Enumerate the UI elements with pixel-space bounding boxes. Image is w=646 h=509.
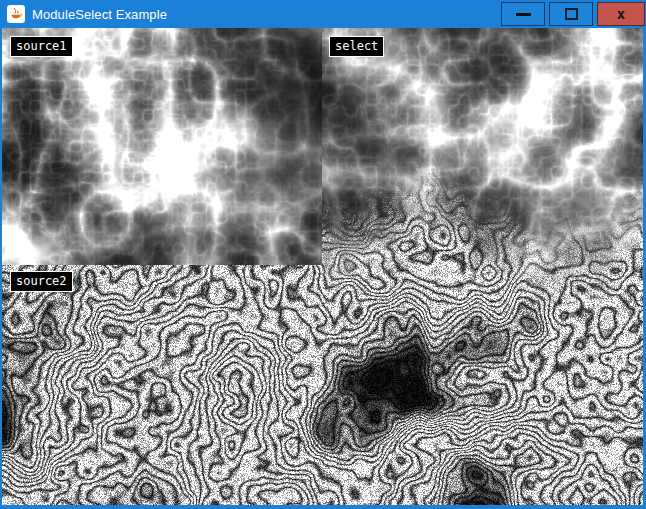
minimize-button[interactable] — [501, 2, 545, 26]
maximize-icon — [565, 8, 578, 20]
java-app-icon — [7, 5, 25, 23]
app-window: ModuleSelect Example x source1 select so… — [0, 0, 646, 509]
window-controls: x — [501, 2, 645, 26]
window-title: ModuleSelect Example — [32, 7, 167, 22]
minimize-icon — [516, 13, 531, 16]
render-viewport: source1 select source2 — [2, 28, 643, 505]
close-button[interactable]: x — [597, 2, 645, 26]
titlebar[interactable]: ModuleSelect Example x — [0, 0, 646, 28]
noise-canvas — [2, 28, 643, 505]
label-source2: source2 — [10, 271, 73, 292]
label-select: select — [329, 36, 384, 57]
close-icon: x — [617, 7, 625, 21]
maximize-button[interactable] — [549, 2, 593, 26]
label-source1: source1 — [10, 36, 73, 57]
